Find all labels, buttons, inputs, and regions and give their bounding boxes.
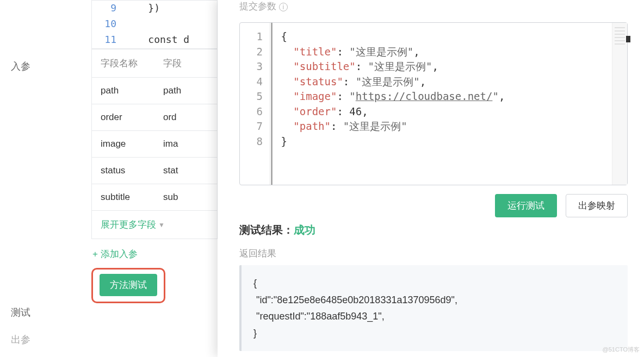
param-table-header: 字段名称 字段 — [92, 49, 217, 78]
chevron-down-icon: ▼ — [158, 221, 165, 229]
table-row[interactable]: statusstat — [92, 158, 217, 184]
output-mapping-button[interactable]: 出参映射 — [566, 194, 628, 217]
section-label-test: 测试 — [11, 306, 30, 319]
expand-more-fields[interactable]: 展开更多字段 ▼ — [92, 211, 217, 239]
editor-minimap[interactable] — [612, 23, 627, 185]
json-editor[interactable]: 1 2 3 4 5 6 7 8 { "title": "这里是示例", "sub… — [239, 22, 628, 185]
panel-title: 提交参数 i — [239, 0, 628, 12]
info-icon: i — [279, 3, 288, 11]
json-gutter: 1 2 3 4 5 6 7 8 — [240, 23, 270, 185]
watermark: @51CTO博客 — [603, 346, 640, 354]
col-field-type: 字段 — [154, 49, 217, 77]
table-row[interactable]: imageima — [92, 131, 217, 158]
add-param-link[interactable]: + 添加入参 — [91, 239, 218, 268]
return-result-body: { "id":"8e125e8e6485e0b2018331a1370956d9… — [239, 265, 628, 351]
col-field-name: 字段名称 — [92, 49, 154, 77]
return-result-label: 返回结果 — [239, 247, 628, 260]
run-test-button[interactable]: 运行测试 — [495, 194, 557, 217]
code-body: }) const d — [125, 1, 217, 47]
section-label-input: 入参 — [11, 60, 91, 73]
json-body[interactable]: { "title": "这里是示例", "subtitle": "这里是示例",… — [271, 23, 612, 185]
table-row[interactable]: subtitlesub — [92, 184, 217, 211]
result-status-success: 成功 — [294, 224, 315, 236]
table-row[interactable]: pathpath — [92, 78, 217, 104]
method-test-highlight: 方法测试 — [91, 268, 165, 303]
section-label-output: 出参 — [11, 333, 30, 346]
code-gutter: 9 10 11 — [92, 1, 122, 47]
table-row[interactable]: orderord — [92, 104, 217, 131]
code-preview[interactable]: 9 10 11 }) const d — [91, 0, 218, 49]
test-result-title: 测试结果：成功 — [239, 223, 628, 237]
method-test-button[interactable]: 方法测试 — [100, 274, 157, 296]
